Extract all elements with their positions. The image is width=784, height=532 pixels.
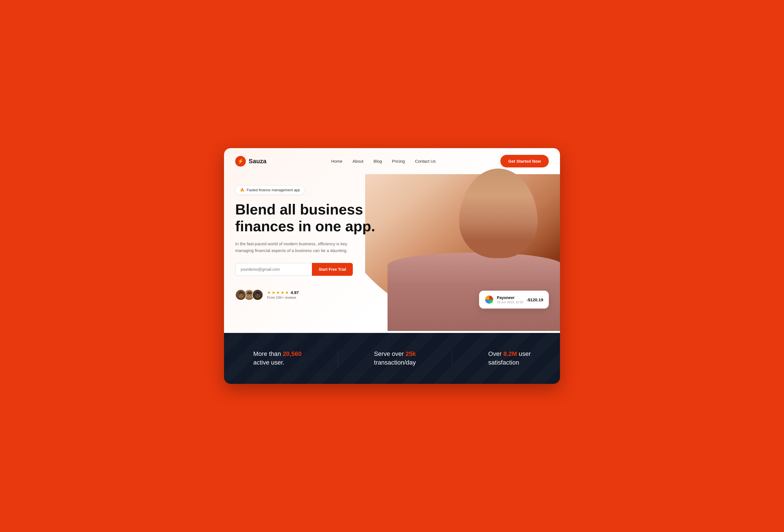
stat-line2-2: transaction/day: [374, 358, 416, 367]
badge-icon: 🔥: [240, 188, 245, 192]
stat-prefix-2: Serve over: [374, 350, 406, 357]
payoneer-name: Payoneer: [497, 296, 523, 300]
star-2: ★: [272, 290, 275, 295]
page-wrapper: ⚡ Sauza Home About Blog Pricing Contact …: [224, 148, 560, 384]
stat-prefix-1: More than: [253, 350, 282, 357]
avatar-group: [235, 289, 263, 301]
stat-text-3: Over 8.2M user: [488, 350, 531, 358]
nav-pricing[interactable]: Pricing: [392, 159, 405, 164]
payoneer-logo: [485, 295, 494, 304]
hero-body: 🔥 Fasted finance management app Blend al…: [224, 174, 560, 331]
hero-badge: 🔥 Fasted finance management app: [235, 185, 305, 195]
reviews-section: ★ ★ ★ ★ ★ 4.97 From 10K+ reviews: [235, 289, 398, 301]
stats-section: More than 20,560 active user. Serve over…: [224, 333, 560, 384]
review-count: From 10K+ reviews: [267, 296, 299, 300]
payoneer-amount: -$120.19: [527, 297, 543, 302]
payoneer-info: Payoneer 29 Jun 2023, 12:59: [497, 296, 523, 304]
nav-blog[interactable]: Blog: [373, 159, 382, 164]
navbar: ⚡ Sauza Home About Blog Pricing Contact …: [224, 148, 560, 174]
hero-left: 🔥 Fasted finance management app Blend al…: [235, 180, 398, 320]
logo-icon: ⚡: [235, 156, 246, 167]
payoneer-date: 29 Jun 2023, 12:59: [497, 301, 523, 304]
hero-form: Start Free Trial: [235, 263, 353, 276]
nav-links: Home About Blog Pricing Contact Us: [331, 159, 436, 164]
stat-prefix-3: Over: [488, 350, 503, 357]
stat-active-users: More than 20,560 active user.: [253, 350, 301, 367]
stat-satisfaction: Over 8.2M user satisfaction: [488, 350, 531, 367]
hero-title: Blend all business finances in one app.: [235, 201, 398, 235]
hero-subtitle: In the fast-paced world of modern busine…: [235, 241, 364, 254]
stat-suffix-3: user: [517, 350, 531, 357]
get-started-button[interactable]: Get Started Now: [500, 155, 549, 167]
stat-text-1: More than 20,560: [253, 350, 301, 358]
payoneer-card: Payoneer 29 Jun 2023, 12:59 -$120.19: [479, 291, 549, 309]
stat-highlight-3: 8.2M: [503, 350, 517, 357]
brand-name: Sauza: [249, 158, 267, 165]
email-input[interactable]: [235, 263, 312, 276]
star-rating: ★ ★ ★ ★ ★ 4.97: [267, 290, 299, 295]
logo[interactable]: ⚡ Sauza: [235, 156, 267, 167]
avatar-3: [252, 289, 263, 301]
stat-highlight-2: 25k: [405, 350, 416, 357]
stat-text-2: Serve over 25k: [374, 350, 416, 358]
star-3: ★: [276, 290, 280, 295]
star-4: ★: [281, 290, 284, 295]
nav-home[interactable]: Home: [331, 159, 342, 164]
hero-section: ⚡ Sauza Home About Blog Pricing Contact …: [224, 148, 560, 333]
stat-highlight-1: 20,560: [283, 350, 302, 357]
star-1: ★: [267, 290, 271, 295]
nav-contact[interactable]: Contact Us: [415, 159, 436, 164]
stat-line2-1: active user.: [253, 358, 301, 367]
rating-number: 4.97: [291, 290, 299, 295]
start-trial-button[interactable]: Start Free Trial: [312, 263, 353, 276]
stat-divider-1: [338, 350, 338, 367]
badge-text: Fasted finance management app: [247, 188, 300, 192]
nav-about[interactable]: About: [353, 159, 363, 164]
stat-transactions: Serve over 25k transaction/day: [374, 350, 416, 367]
review-info: ★ ★ ★ ★ ★ 4.97 From 10K+ reviews: [267, 290, 299, 300]
stat-line2-3: satisfaction: [488, 358, 531, 367]
star-5: ★: [285, 290, 289, 295]
avatar-1: [235, 289, 246, 301]
